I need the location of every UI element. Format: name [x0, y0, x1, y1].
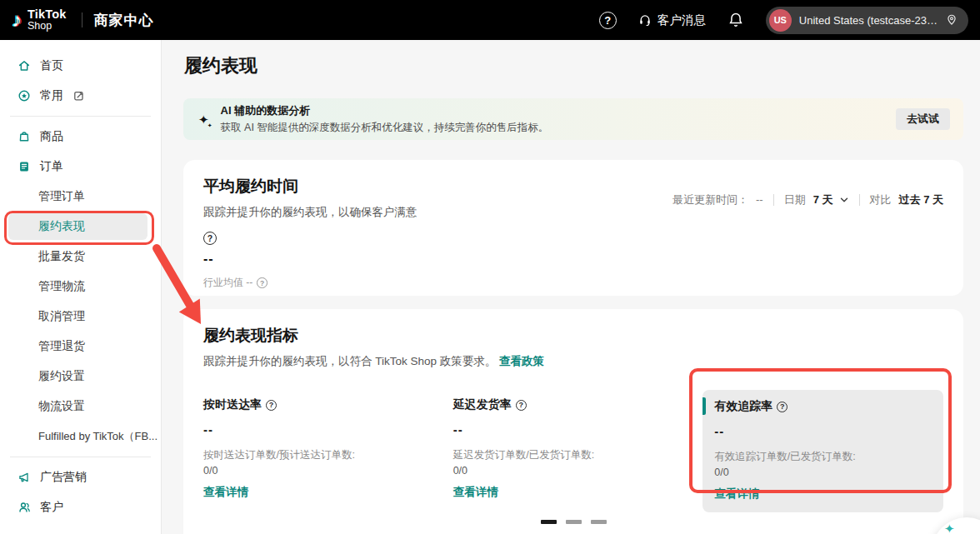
home-icon: [18, 59, 31, 72]
metric-ratio: 0/0: [453, 465, 703, 477]
sidebar-item-manage-logistics[interactable]: 管理物流: [0, 272, 161, 302]
view-details-link[interactable]: 查看详情: [714, 487, 932, 502]
metric-title-row: 延迟发货率: [453, 397, 703, 412]
avg-card-heading: 平均履约时间 跟踪并提升你的履约表现，以确保客户满意: [203, 176, 418, 220]
main-content: 履约表现 ✦ AI 辅助的数据分析 获取 AI 智能提供的深度数据分析和优化建议…: [162, 40, 980, 534]
customers-icon: [18, 501, 31, 514]
date-label: 日期: [784, 192, 806, 207]
avg-card-subtitle: 跟踪并提升你的履约表现，以确保客户满意: [203, 205, 418, 220]
account-label: United States (testcase-23…: [799, 14, 938, 27]
sidebar-item-manage-orders[interactable]: 管理订单: [0, 182, 161, 212]
tiktok-shop-wordmark[interactable]: TikTok Shop: [28, 8, 67, 32]
sidebar-label-cancellation: 取消管理: [38, 309, 85, 324]
headset-icon: [638, 13, 652, 27]
pagination-dash-1[interactable]: [541, 520, 557, 524]
metric-help-icon[interactable]: [203, 232, 217, 245]
metric-formula: 延迟发货订单数/已发货订单数:: [453, 448, 703, 462]
sidebar-label-products: 商品: [40, 129, 63, 144]
metric-ratio: 0/0: [203, 465, 453, 477]
sidebar-item-logistics-settings[interactable]: 物流设置: [0, 392, 161, 422]
topbar-actions: 客户消息 US United States (testcase-23…: [599, 7, 968, 34]
sidebar: 首页 常用 商品 订单: [0, 40, 162, 534]
industry-average-label: 行业均值 --: [203, 276, 252, 290]
metric-value: --: [714, 424, 932, 438]
sidebar-label-home: 首页: [40, 58, 63, 73]
avg-fulfillment-card: 平均履约时间 跟踪并提升你的履约表现，以确保客户满意 最近更新时间： -- 日期…: [183, 160, 963, 296]
metric-value: --: [453, 422, 703, 437]
sidebar-item-products[interactable]: 商品: [0, 122, 161, 152]
ai-banner: ✦ AI 辅助的数据分析 获取 AI 智能提供的深度数据分析和优化建议，持续完善…: [183, 98, 963, 140]
pagination-dash-2[interactable]: [566, 520, 582, 524]
pagination-dash-3[interactable]: [591, 520, 607, 524]
metric-valid-tracking: 有效追踪率 -- 有效追踪订单数/已发货订单数: 0/0 查看详情: [702, 390, 943, 512]
ai-try-button[interactable]: 去试试: [896, 108, 950, 130]
chevron-down-icon[interactable]: [839, 195, 849, 205]
metric-formula: 有效追踪订单数/已发货订单数:: [714, 450, 932, 464]
product-bag-icon: [18, 130, 31, 143]
metrics-card-subtitle: 跟踪并提升你的履约表现，以符合 TikTok Shop 政策要求。: [203, 355, 496, 367]
metric-on-time-delivery: 按时送达率 -- 按时送达订单数/预计送达订单数: 0/0 查看详情: [203, 390, 453, 500]
notifications-bell-icon[interactable]: [728, 12, 744, 28]
sidebar-label-fulfillment-performance: 履约表现: [38, 219, 85, 234]
view-policy-link[interactable]: 查看政策: [499, 355, 544, 367]
page-title: 履约表现: [184, 53, 258, 78]
edit-icon[interactable]: [72, 89, 86, 102]
sidebar-item-ads[interactable]: 广告营销: [0, 462, 161, 492]
ai-banner-desc: 获取 AI 智能提供的深度数据分析和优化建议，持续完善你的售后指标。: [221, 121, 549, 135]
sidebar-label-favorites: 常用: [40, 88, 63, 103]
metric-title: 延迟发货率: [453, 397, 512, 412]
compare-value: 过去 7 天: [899, 192, 943, 207]
sidebar-item-fulfillment-performance[interactable]: 履约表现: [0, 212, 161, 242]
sidebar-item-batch-shipping[interactable]: 批量发货: [0, 242, 161, 272]
ai-banner-title: AI 辅助的数据分析: [221, 103, 549, 118]
location-pin-icon: [945, 13, 958, 27]
avg-fulfillment-value: --: [203, 252, 943, 267]
sidebar-label-ads: 广告营销: [40, 470, 87, 485]
sidebar-item-customers[interactable]: 客户: [0, 492, 161, 522]
industry-help-icon[interactable]: [257, 277, 268, 288]
account-switcher[interactable]: US United States (testcase-23…: [766, 7, 968, 34]
metric-title: 有效追踪率: [714, 399, 772, 414]
industry-average-row: 行业均值 --: [203, 276, 943, 290]
sidebar-divider: [10, 116, 151, 117]
sidebar-label-fulfillment-settings: 履约设置: [38, 369, 85, 384]
sidebar-item-fbt[interactable]: Fulfilled by TikTok（FB...: [0, 422, 161, 452]
date-range-select[interactable]: 7 天: [813, 192, 833, 207]
metric-value: --: [203, 422, 453, 437]
sidebar-label-batch-shipping: 批量发货: [38, 249, 85, 264]
metric-help-icon[interactable]: [266, 400, 277, 411]
view-details-link[interactable]: 查看详情: [203, 485, 453, 500]
metric-ratio: 0/0: [714, 467, 932, 478]
metric-title-row: 有效追踪率: [714, 399, 932, 414]
sidebar-label-customers: 客户: [40, 500, 63, 515]
metric-formula: 按时送达订单数/预计送达订单数:: [203, 448, 453, 462]
orders-icon: [18, 160, 31, 173]
ai-sparkle-icon: ✦: [198, 113, 209, 126]
sidebar-item-favorites[interactable]: 常用: [0, 81, 161, 111]
filter-separator: [773, 194, 774, 206]
view-details-link[interactable]: 查看详情: [453, 485, 703, 500]
brand-line2: Shop: [28, 21, 67, 32]
tiktok-logo-icon: ♪: [12, 10, 22, 30]
metric-title-row: 按时送达率: [203, 397, 453, 412]
metric-late-dispatch: 延迟发货率 -- 延迟发货订单数/已发货订单数: 0/0 查看详情: [453, 390, 703, 500]
sidebar-item-cancellation[interactable]: 取消管理: [0, 302, 161, 332]
fab-sparkle-icon: ✦: [944, 522, 955, 534]
app-title: 商家中心: [94, 11, 154, 30]
help-icon[interactable]: [599, 12, 617, 29]
metric-help-icon[interactable]: [777, 402, 788, 412]
topbar-divider: [82, 12, 82, 27]
sidebar-divider: [10, 457, 151, 457]
brand-line1: TikTok: [28, 8, 67, 21]
compare-label: 对比: [870, 192, 892, 207]
sidebar-item-home[interactable]: 首页: [0, 51, 161, 81]
sidebar-item-returns[interactable]: 管理退货: [0, 332, 161, 362]
sidebar-label-returns: 管理退货: [38, 339, 85, 354]
sidebar-item-orders[interactable]: 订单: [0, 152, 161, 182]
customer-messages-button[interactable]: 客户消息: [638, 12, 706, 28]
metric-help-icon[interactable]: [516, 400, 527, 411]
sidebar-item-fulfillment-settings[interactable]: 履约设置: [0, 362, 161, 392]
sidebar-label-fbt: Fulfilled by TikTok（FB...: [38, 429, 158, 444]
metrics-row: 按时送达率 -- 按时送达订单数/预计送达订单数: 0/0 查看详情 延迟发货率…: [203, 390, 943, 512]
metric-title: 按时送达率: [203, 397, 262, 412]
